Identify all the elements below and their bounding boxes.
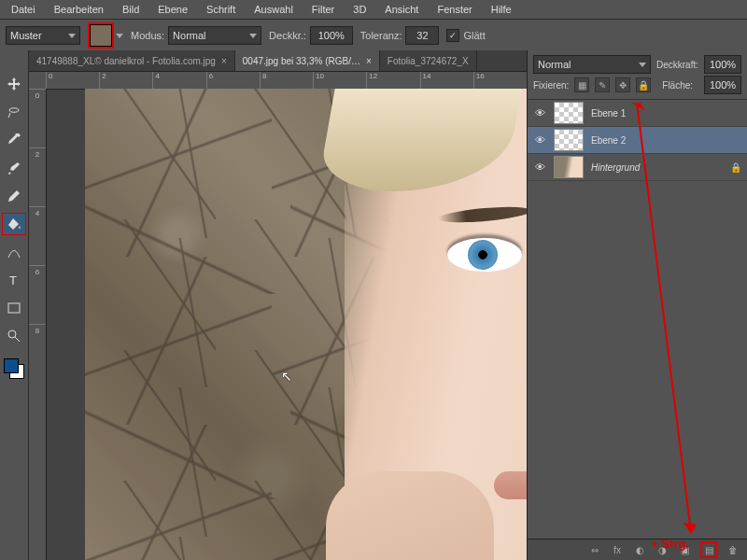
new-layer-icon[interactable]: ▤	[700, 541, 717, 558]
svg-rect-1	[8, 303, 20, 313]
menu-filter[interactable]: Filter	[303, 2, 344, 17]
cursor-icon: ↖	[281, 369, 292, 384]
layer-thumbnail[interactable]	[554, 102, 584, 124]
fx-icon[interactable]: fx	[611, 543, 624, 556]
menu-auswahl[interactable]: Auswahl	[245, 2, 303, 17]
antialias-checkbox[interactable]: ✓	[446, 29, 459, 42]
menu-datei[interactable]: Datei	[2, 2, 45, 17]
blend-mode-dropdown[interactable]: Normal	[168, 26, 261, 45]
paint-bucket-tool[interactable]	[2, 213, 26, 235]
close-icon[interactable]: ×	[366, 56, 372, 66]
document-tabs: 41749888_XL© danielkrol - Fotolia.com.jp…	[29, 50, 527, 72]
tool-palette: T	[0, 50, 29, 560]
visibility-icon[interactable]: 👁	[533, 133, 546, 147]
layers-footer: ⇔ fx ◐ ◑ ▣ ▤ 🗑	[528, 539, 747, 560]
lock-transparency-icon[interactable]: ▦	[574, 77, 589, 92]
layer-name[interactable]: Ebene 2	[591, 135, 741, 146]
svg-text:T: T	[9, 273, 17, 287]
horizontal-ruler: 0246810121416	[46, 72, 527, 90]
menu-3d[interactable]: 3D	[344, 2, 375, 17]
color-swatches[interactable]	[4, 358, 24, 379]
pattern-swatch[interactable]	[88, 22, 114, 49]
chevron-down-icon[interactable]	[116, 34, 123, 38]
rectangle-tool[interactable]	[2, 297, 26, 319]
layer-fill-input[interactable]: 100%	[704, 76, 741, 94]
layer-name[interactable]: Ebene 1	[591, 108, 741, 119]
document-canvas[interactable]: ↖	[85, 89, 527, 560]
fill-label: Fläche:	[662, 80, 693, 91]
lock-all-icon[interactable]: 🔒	[636, 77, 651, 92]
opacity-label: Deckkraft:	[656, 60, 698, 70]
menu-bild[interactable]: Bild	[113, 2, 148, 17]
menu-bar: Datei Bearbeiten Bild Ebene Schrift Ausw…	[0, 0, 747, 20]
close-icon[interactable]: ×	[221, 56, 227, 66]
document-tab[interactable]: 41749888_XL© danielkrol - Fotolia.com.jp…	[29, 50, 235, 71]
mask-icon[interactable]: ◐	[633, 543, 646, 556]
annotation-text: + Strg.	[651, 537, 689, 551]
canvas-area: 0246810121416 02468 ↖	[29, 72, 527, 560]
menu-ansicht[interactable]: Ansicht	[375, 2, 428, 17]
type-tool[interactable]: T	[2, 269, 26, 291]
tolerance-input[interactable]: 32	[405, 26, 439, 45]
layer-row[interactable]: 👁 Hintergrund 🔒	[528, 154, 747, 181]
layer-name[interactable]: Hintergrund	[591, 162, 723, 173]
menu-schrift[interactable]: Schrift	[197, 2, 245, 17]
move-tool[interactable]	[2, 73, 26, 95]
menu-fenster[interactable]: Fenster	[428, 2, 481, 17]
document-tab[interactable]: 0047.jpg bei 33,3% (RGB/…×	[235, 50, 380, 71]
lock-position-icon[interactable]: ✥	[615, 77, 630, 92]
options-bar: Muster Modus: Normal Deckkr.: 100% Toler…	[0, 20, 747, 52]
layer-opacity-input[interactable]: 100%	[704, 55, 741, 74]
lasso-tool[interactable]	[2, 101, 26, 123]
visibility-icon[interactable]: 👁	[533, 106, 546, 119]
eyedropper-tool[interactable]	[2, 129, 26, 151]
pencil-tool[interactable]	[2, 185, 26, 207]
mode-label: Modus:	[131, 30, 164, 41]
opacity-label: Deckkr.:	[269, 30, 306, 41]
layers-list: 👁 Ebene 1 👁 Ebene 2 👁 Hintergrund 🔒	[528, 100, 747, 539]
lock-icon: 🔒	[730, 162, 741, 173]
layer-thumbnail[interactable]	[554, 129, 584, 151]
antialias-label: Glätt	[463, 30, 485, 41]
visibility-icon[interactable]: 👁	[533, 161, 546, 174]
fill-type-dropdown[interactable]: Muster	[6, 26, 80, 45]
layer-thumbnail[interactable]	[554, 156, 584, 178]
vertical-ruler: 02468	[29, 89, 47, 560]
opacity-input[interactable]: 100%	[310, 26, 353, 45]
document-tab[interactable]: Fotolia_3724672_X	[380, 50, 477, 71]
brush-tool[interactable]	[2, 157, 26, 179]
layer-row[interactable]: 👁 Ebene 2	[528, 127, 747, 154]
svg-point-2	[8, 330, 16, 338]
menu-ebene[interactable]: Ebene	[148, 2, 197, 17]
lock-pixels-icon[interactable]: ✎	[595, 77, 610, 92]
path-tool[interactable]	[2, 241, 26, 263]
layer-blend-dropdown[interactable]: Normal	[533, 55, 651, 74]
trash-icon[interactable]: 🗑	[726, 543, 740, 556]
tolerance-label: Toleranz:	[360, 30, 402, 41]
layer-row[interactable]: 👁 Ebene 1	[528, 100, 747, 127]
panels-dock: Normal Deckkraft: 100% Fixieren: ▦ ✎ ✥ 🔒…	[527, 50, 747, 560]
lock-label: Fixieren:	[533, 80, 569, 91]
zoom-tool[interactable]	[2, 325, 26, 347]
link-layers-icon[interactable]: ⇔	[588, 543, 601, 556]
menu-bearbeiten[interactable]: Bearbeiten	[45, 2, 113, 17]
menu-hilfe[interactable]: Hilfe	[482, 2, 521, 17]
